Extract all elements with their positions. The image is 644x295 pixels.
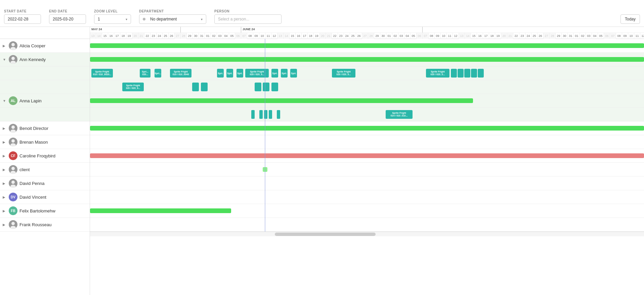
scrollbar-track[interactable] — [90, 232, 644, 236]
person-row-david-p[interactable]: ▶ David Penna — [0, 177, 90, 190]
person-input[interactable]: Select a person... — [214, 14, 282, 24]
day-cell: 19 — [314, 33, 320, 39]
task-bar-ann-sf020-3[interactable]: Spri. — [217, 69, 224, 78]
task-bar-ann-sf020-7[interactable]: Spri. — [281, 69, 288, 78]
day-cell: 30 — [380, 33, 386, 39]
task-bar-ann2-6[interactable] — [271, 83, 278, 91]
task-bar-ann-sf020-8[interactable]: Spri. — [290, 69, 297, 78]
day-cell: 14 — [284, 33, 290, 39]
today-button[interactable]: Today — [620, 14, 640, 24]
timeline-row-anna-main — [90, 94, 644, 108]
day-cell: 11 — [265, 33, 271, 39]
bar-felix-main[interactable] — [90, 208, 231, 213]
day-cell: 20 — [501, 33, 507, 39]
bar-ann-main[interactable] — [90, 57, 644, 62]
person-row-benoit[interactable]: ▶ Benoit Director — [0, 121, 90, 135]
day-cell: 24 — [157, 33, 163, 39]
day-cell: 27 — [544, 33, 550, 39]
ann-sub-row-1 — [0, 66, 90, 80]
task-bar-ann2-4[interactable] — [255, 83, 261, 91]
anna-sub-row-1 — [0, 108, 90, 121]
day-cell: 27 — [175, 33, 181, 39]
svg-point-5 — [10, 130, 16, 133]
timeline-row-alicia — [90, 39, 644, 53]
start-date-input[interactable]: 2022-02-28 — [4, 14, 41, 24]
task-bar-ann2-2[interactable] — [192, 83, 199, 91]
task-bar-ann2-5[interactable] — [263, 83, 269, 91]
department-input[interactable]: No department ▾ — [139, 14, 206, 24]
day-cell: 16 — [108, 33, 114, 39]
scrollbar-thumb[interactable] — [275, 233, 376, 236]
day-cell: 12 — [640, 33, 644, 39]
day-cell: 28 — [181, 33, 187, 39]
task-bar-ann-sf020-5[interactable]: Spri. — [237, 69, 243, 78]
day-cell: 04 — [223, 33, 229, 39]
task-bar-ann-sf020-4[interactable]: Spri. — [226, 69, 233, 78]
day-cell: 28 — [550, 33, 556, 39]
task-bar-anna-sf[interactable]: Sprite Fright014 / 010_010... — [386, 110, 413, 119]
person-label: PERSON — [214, 9, 282, 13]
day-cell: 16 — [477, 33, 483, 39]
task-bar-anna-5[interactable] — [277, 110, 280, 119]
task-bar-ann-sf020-14[interactable] — [471, 69, 477, 78]
task-bar-ann-sf010-2[interactable]: Sprite Fright010 / 010_0040 — [170, 69, 191, 78]
task-bar-ann2-3[interactable] — [201, 83, 208, 91]
task-bar-ann-sf020-11[interactable] — [451, 69, 457, 78]
person-name-alicia: Alicia Cooper — [19, 43, 45, 48]
zoom-field: ZOOM LEVEL 1 ▾ — [94, 9, 131, 24]
task-bar-ann-sf020-big[interactable]: Sprite Fright020 / 020_0... — [245, 69, 269, 78]
task-bar-ann-sf020-12[interactable] — [458, 69, 464, 78]
task-bar-ann-sf020-15[interactable] — [478, 69, 484, 78]
day-cell: 06 — [604, 33, 610, 39]
person-row-alicia[interactable]: ▶ Alicia Cooper — [0, 39, 90, 53]
dept-dot-icon — [143, 18, 145, 20]
person-row-frank[interactable]: ▶ Frank Rousseau — [0, 218, 90, 232]
expand-icon-benoit: ▶ — [3, 127, 7, 130]
timeline-row-frank — [90, 218, 644, 232]
task-bar-ann-sf020-13[interactable] — [464, 69, 470, 78]
person-name-brenan: Brenan Mason — [19, 140, 48, 145]
task-bar-anna-1[interactable] — [251, 110, 255, 119]
day-cell: 02 — [211, 33, 217, 39]
person-row-david-v[interactable]: ▶ DV David Vincent — [0, 190, 90, 204]
task-bar-ann-sf020-6[interactable]: Spri. — [271, 69, 278, 78]
person-row-felix[interactable]: ▶ FB Felix Bartolomehw — [0, 204, 90, 218]
task-bar-ann-sf020-1[interactable]: Spri...020... — [140, 69, 151, 78]
bar-caroline-main[interactable] — [90, 153, 644, 158]
svg-point-13 — [10, 226, 16, 229]
bar-client-small[interactable] — [263, 167, 267, 172]
start-date-label: START DATE — [4, 9, 41, 13]
end-date-input[interactable]: 2025-03-20 — [49, 14, 86, 24]
task-bar-ann-sf020-2[interactable]: Spri... — [155, 69, 161, 78]
day-cell: 07 — [241, 33, 247, 39]
task-bar-ann2-1[interactable]: Sprite Fright320 / 020_0... — [122, 83, 144, 91]
timeline-row-david-p — [90, 177, 644, 190]
person-row-ann[interactable]: ▼ Ann Kennedy — [0, 53, 90, 66]
task-bar-anna-3[interactable] — [264, 110, 267, 119]
task-bar-ann-sf010-1[interactable]: Sprite Fright010 / 010_0020... — [91, 69, 113, 78]
avatar-caroline: CF — [9, 151, 17, 160]
zoom-input[interactable]: 1 ▾ — [94, 14, 131, 24]
task-bar-anna-4[interactable] — [269, 110, 272, 119]
bar-anna-main[interactable] — [90, 98, 473, 103]
person-row-caroline[interactable]: ▶ CF Caroline Froqybird — [0, 149, 90, 163]
person-row-brenan[interactable]: ▶ Brenan Mason — [0, 135, 90, 149]
day-cell: 04 — [592, 33, 598, 39]
day-cell: 22 — [513, 33, 519, 39]
bar-benoit-main[interactable] — [90, 126, 644, 131]
timeline-inner: MAY 24 JUNE 24 1314151617181920212223242… — [90, 27, 644, 236]
task-bar-ann-sf020-9[interactable]: Sprite Fright020 / 020_0... — [332, 69, 355, 78]
day-cell: 21 — [507, 33, 513, 39]
task-bar-ann-sf020-10[interactable]: Sprite Fright020 / 020_0... — [426, 69, 449, 78]
day-cell: 25 — [163, 33, 169, 39]
person-row-anna[interactable]: ▼ AL Anna Lapin — [0, 94, 90, 108]
person-row-client[interactable]: ▶ client — [0, 163, 90, 177]
person-list-panel: ▶ Alicia Cooper ▼ Ann Kennedy ▼ AL — [0, 27, 90, 295]
day-cell: 01 — [386, 33, 392, 39]
task-bar-anna-2[interactable] — [259, 110, 263, 119]
bar-alicia-main[interactable] — [90, 43, 644, 48]
day-cell: 08 — [247, 33, 253, 39]
svg-point-7 — [10, 143, 16, 146]
day-cell: 05 — [598, 33, 604, 39]
day-cell: 18 — [120, 33, 126, 39]
